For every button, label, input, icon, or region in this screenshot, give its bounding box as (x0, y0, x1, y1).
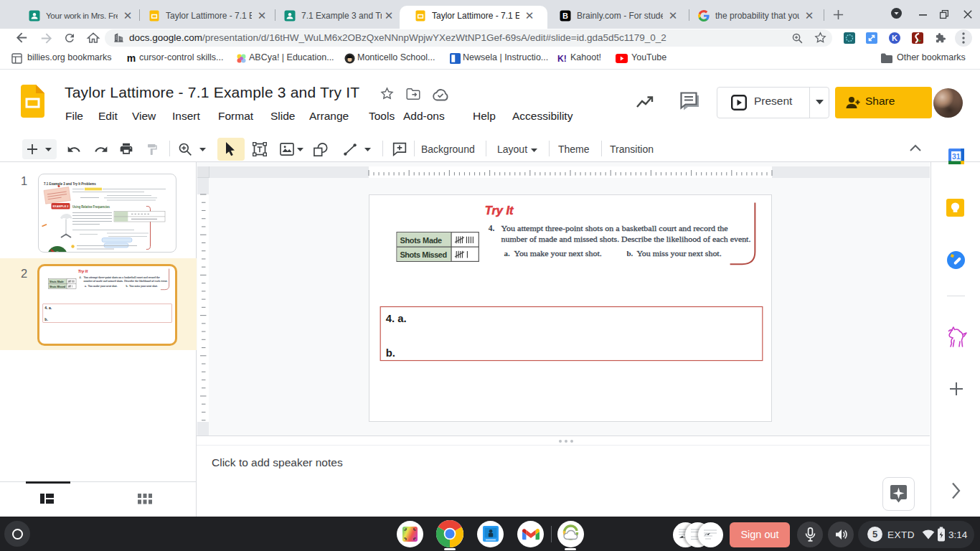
svg-text:B: B (562, 11, 568, 20)
svg-text:EXAMPLE 2: EXAMPLE 2 (53, 204, 69, 208)
svg-text:7.1 Example 3 and Try It Probl: 7.1 Example 3 and Try It Problems (44, 182, 96, 186)
svg-text:K: K (892, 34, 897, 42)
svg-text:31: 31 (952, 152, 961, 161)
svg-text:Using Relative Frequencies: Using Relative Frequencies (72, 204, 110, 209)
svg-text:K!: K! (557, 54, 567, 64)
svg-text:m: m (127, 52, 136, 64)
